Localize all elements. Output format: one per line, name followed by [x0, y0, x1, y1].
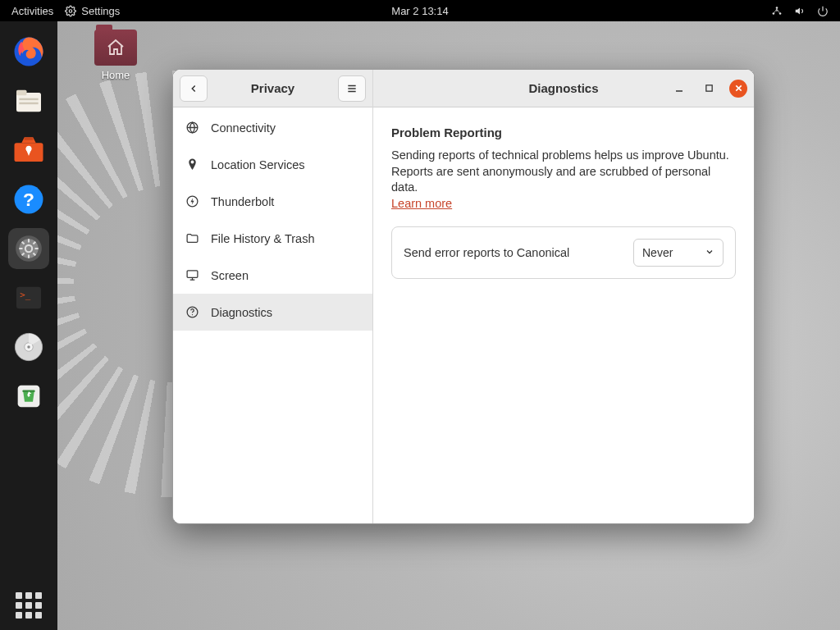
error-reports-row: Send error reports to Canonical Never [391, 226, 736, 279]
section-body: Sending reports of technical problems he… [391, 148, 729, 194]
back-button[interactable] [180, 75, 208, 102]
thunderbolt-icon [185, 194, 199, 209]
sidebar-title: Privacy [251, 81, 294, 95]
desktop: Home Privacy Connectivity Loc [57, 21, 840, 630]
settings-window: Privacy Connectivity Location Services T… [172, 69, 755, 524]
svg-point-35 [191, 314, 192, 315]
maximize-button[interactable] [700, 80, 718, 98]
svg-point-12 [26, 146, 32, 152]
main-header: Diagnostics [373, 70, 754, 107]
dock-item-trash[interactable] [8, 376, 49, 417]
dock-item-help[interactable]: ? [8, 179, 49, 220]
sidebar-item-label: Thunderbolt [211, 195, 274, 208]
apps-grid-icon [16, 592, 42, 619]
network-icon[interactable] [771, 5, 783, 16]
clock[interactable]: Mar 2 13:14 [391, 5, 448, 17]
settings-sidebar: Privacy Connectivity Location Services T… [173, 70, 373, 523]
globe-icon [185, 121, 199, 135]
svg-text:>_: >_ [20, 290, 31, 300]
diagnostics-content: Problem Reporting Sending reports of tec… [373, 107, 754, 297]
svg-point-0 [70, 9, 73, 12]
show-applications-button[interactable] [0, 592, 57, 619]
dock-item-firefox[interactable] [8, 31, 49, 72]
help-circle-icon [185, 305, 199, 320]
dock: ? >_ [0, 21, 57, 630]
select-value: Never [642, 246, 673, 259]
sidebar-item-thunderbolt[interactable]: Thunderbolt [173, 183, 372, 220]
gear-icon [65, 5, 76, 16]
monitor-icon [185, 268, 199, 283]
activities-button[interactable]: Activities [11, 5, 53, 17]
close-button[interactable] [729, 80, 747, 98]
hamburger-menu-button[interactable] [338, 75, 366, 102]
dock-item-disc[interactable] [8, 326, 49, 368]
row-label: Send error reports to Canonical [404, 246, 569, 259]
sidebar-item-connectivity[interactable]: Connectivity [173, 109, 372, 146]
settings-main: Diagnostics Problem Reporting Sending re… [373, 70, 754, 523]
folder-icon [185, 231, 199, 246]
svg-point-23 [27, 345, 30, 349]
svg-rect-6 [16, 93, 41, 112]
svg-rect-8 [19, 98, 38, 101]
svg-rect-11 [25, 138, 34, 140]
sidebar-item-label: File History & Trash [211, 232, 315, 245]
folder-icon [94, 30, 137, 66]
dock-item-settings[interactable] [8, 228, 49, 269]
window-controls [670, 80, 747, 98]
svg-rect-37 [705, 85, 711, 91]
svg-rect-31 [187, 271, 198, 278]
page-title: Diagnostics [528, 81, 598, 95]
sidebar-item-label: Screen [211, 269, 249, 282]
topbar-app-label: Settings [81, 5, 120, 17]
volume-icon[interactable] [794, 5, 806, 16]
chevron-down-icon [705, 246, 714, 259]
desktop-icon-label: Home [87, 69, 144, 81]
section-heading: Problem Reporting [391, 126, 736, 139]
sidebar-item-location[interactable]: Location Services [173, 146, 372, 183]
svg-point-1 [776, 7, 778, 9]
power-icon[interactable] [817, 5, 829, 16]
sidebar-item-diagnostics[interactable]: Diagnostics [173, 294, 372, 331]
svg-text:?: ? [23, 189, 34, 210]
sidebar-item-label: Connectivity [211, 121, 276, 135]
sidebar-item-filehistory[interactable]: File History & Trash [173, 220, 372, 257]
sidebar-item-screen[interactable]: Screen [173, 257, 372, 294]
svg-rect-9 [19, 103, 38, 105]
svg-rect-7 [16, 90, 27, 96]
topbar-app-indicator[interactable]: Settings [65, 5, 120, 17]
sidebar-item-label: Location Services [211, 158, 304, 171]
dock-item-files[interactable] [8, 80, 49, 121]
sidebar-item-label: Diagnostics [211, 306, 272, 319]
sidebar-header: Privacy [173, 70, 372, 107]
learn-more-link[interactable]: Learn more [391, 197, 452, 210]
minimize-button[interactable] [670, 80, 688, 98]
privacy-nav: Connectivity Location Services Thunderbo… [173, 107, 372, 331]
top-bar: Activities Settings Mar 2 13:14 [0, 0, 840, 21]
desktop-icon-home[interactable]: Home [87, 30, 144, 81]
dock-item-software[interactable] [8, 130, 49, 171]
location-icon [185, 158, 199, 172]
dock-item-terminal[interactable]: >_ [8, 277, 49, 318]
error-reports-select[interactable]: Never [633, 239, 724, 267]
